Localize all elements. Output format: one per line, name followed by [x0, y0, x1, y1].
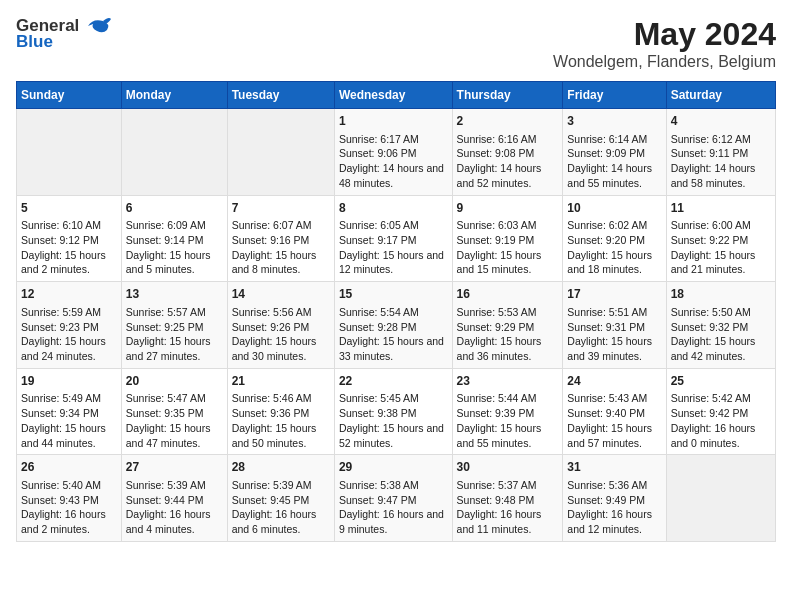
calendar-cell: 29Sunrise: 5:38 AMSunset: 9:47 PMDayligh…: [334, 455, 452, 542]
sunset-text: Sunset: 9:48 PM: [457, 493, 559, 508]
header-sunday: Sunday: [17, 82, 122, 109]
sunset-text: Sunset: 9:39 PM: [457, 406, 559, 421]
day-number: 23: [457, 373, 559, 390]
day-number: 3: [567, 113, 661, 130]
sunset-text: Sunset: 9:26 PM: [232, 320, 330, 335]
header-tuesday: Tuesday: [227, 82, 334, 109]
sunrise-text: Sunrise: 5:51 AM: [567, 305, 661, 320]
sunrise-text: Sunrise: 6:09 AM: [126, 218, 223, 233]
sunset-text: Sunset: 9:35 PM: [126, 406, 223, 421]
sunrise-text: Sunrise: 6:02 AM: [567, 218, 661, 233]
day-number: 15: [339, 286, 448, 303]
daylight-text: Daylight: 15 hours and 8 minutes.: [232, 248, 330, 277]
day-number: 24: [567, 373, 661, 390]
sunrise-text: Sunrise: 6:00 AM: [671, 218, 771, 233]
sunset-text: Sunset: 9:19 PM: [457, 233, 559, 248]
daylight-text: Daylight: 15 hours and 15 minutes.: [457, 248, 559, 277]
day-number: 9: [457, 200, 559, 217]
sunset-text: Sunset: 9:43 PM: [21, 493, 117, 508]
sunrise-text: Sunrise: 5:39 AM: [126, 478, 223, 493]
sunrise-text: Sunrise: 5:59 AM: [21, 305, 117, 320]
calendar-cell: 16Sunrise: 5:53 AMSunset: 9:29 PMDayligh…: [452, 282, 563, 369]
calendar-cell: 14Sunrise: 5:56 AMSunset: 9:26 PMDayligh…: [227, 282, 334, 369]
header-friday: Friday: [563, 82, 666, 109]
calendar-header: Sunday Monday Tuesday Wednesday Thursday…: [17, 82, 776, 109]
calendar-cell: [666, 455, 775, 542]
day-number: 18: [671, 286, 771, 303]
day-number: 1: [339, 113, 448, 130]
sunrise-text: Sunrise: 5:39 AM: [232, 478, 330, 493]
sunset-text: Sunset: 9:22 PM: [671, 233, 771, 248]
day-number: 13: [126, 286, 223, 303]
sunrise-text: Sunrise: 5:54 AM: [339, 305, 448, 320]
calendar-cell: 13Sunrise: 5:57 AMSunset: 9:25 PMDayligh…: [121, 282, 227, 369]
daylight-text: Daylight: 16 hours and 12 minutes.: [567, 507, 661, 536]
calendar-cell: [121, 109, 227, 196]
calendar-cell: [227, 109, 334, 196]
calendar-cell: 23Sunrise: 5:44 AMSunset: 9:39 PMDayligh…: [452, 368, 563, 455]
calendar-cell: 9Sunrise: 6:03 AMSunset: 9:19 PMDaylight…: [452, 195, 563, 282]
calendar-cell: 17Sunrise: 5:51 AMSunset: 9:31 PMDayligh…: [563, 282, 666, 369]
sunrise-text: Sunrise: 6:07 AM: [232, 218, 330, 233]
calendar-cell: 1Sunrise: 6:17 AMSunset: 9:06 PMDaylight…: [334, 109, 452, 196]
daylight-text: Daylight: 16 hours and 0 minutes.: [671, 421, 771, 450]
daylight-text: Daylight: 15 hours and 39 minutes.: [567, 334, 661, 363]
daylight-text: Daylight: 15 hours and 50 minutes.: [232, 421, 330, 450]
calendar-cell: 3Sunrise: 6:14 AMSunset: 9:09 PMDaylight…: [563, 109, 666, 196]
daylight-text: Daylight: 16 hours and 9 minutes.: [339, 507, 448, 536]
day-number: 10: [567, 200, 661, 217]
daylight-text: Daylight: 16 hours and 11 minutes.: [457, 507, 559, 536]
sunset-text: Sunset: 9:31 PM: [567, 320, 661, 335]
header-thursday: Thursday: [452, 82, 563, 109]
daylight-text: Daylight: 15 hours and 12 minutes.: [339, 248, 448, 277]
sunrise-text: Sunrise: 6:12 AM: [671, 132, 771, 147]
daylight-text: Daylight: 15 hours and 52 minutes.: [339, 421, 448, 450]
day-number: 12: [21, 286, 117, 303]
sunset-text: Sunset: 9:47 PM: [339, 493, 448, 508]
sunrise-text: Sunrise: 5:36 AM: [567, 478, 661, 493]
sunset-text: Sunset: 9:17 PM: [339, 233, 448, 248]
calendar-cell: 25Sunrise: 5:42 AMSunset: 9:42 PMDayligh…: [666, 368, 775, 455]
sunset-text: Sunset: 9:14 PM: [126, 233, 223, 248]
header-row: Sunday Monday Tuesday Wednesday Thursday…: [17, 82, 776, 109]
calendar-cell: 7Sunrise: 6:07 AMSunset: 9:16 PMDaylight…: [227, 195, 334, 282]
sunset-text: Sunset: 9:23 PM: [21, 320, 117, 335]
calendar-cell: 26Sunrise: 5:40 AMSunset: 9:43 PMDayligh…: [17, 455, 122, 542]
sunset-text: Sunset: 9:09 PM: [567, 146, 661, 161]
calendar-cell: 5Sunrise: 6:10 AMSunset: 9:12 PMDaylight…: [17, 195, 122, 282]
calendar-cell: 30Sunrise: 5:37 AMSunset: 9:48 PMDayligh…: [452, 455, 563, 542]
sunrise-text: Sunrise: 6:14 AM: [567, 132, 661, 147]
calendar-table: Sunday Monday Tuesday Wednesday Thursday…: [16, 81, 776, 542]
title-area: May 2024 Wondelgem, Flanders, Belgium: [553, 16, 776, 71]
sunrise-text: Sunrise: 5:46 AM: [232, 391, 330, 406]
day-number: 19: [21, 373, 117, 390]
day-number: 25: [671, 373, 771, 390]
day-number: 2: [457, 113, 559, 130]
day-number: 31: [567, 459, 661, 476]
daylight-text: Daylight: 15 hours and 57 minutes.: [567, 421, 661, 450]
sunset-text: Sunset: 9:34 PM: [21, 406, 117, 421]
day-number: 4: [671, 113, 771, 130]
day-number: 5: [21, 200, 117, 217]
daylight-text: Daylight: 15 hours and 27 minutes.: [126, 334, 223, 363]
daylight-text: Daylight: 15 hours and 21 minutes.: [671, 248, 771, 277]
sunrise-text: Sunrise: 5:50 AM: [671, 305, 771, 320]
header-monday: Monday: [121, 82, 227, 109]
header-wednesday: Wednesday: [334, 82, 452, 109]
calendar-body: 1Sunrise: 6:17 AMSunset: 9:06 PMDaylight…: [17, 109, 776, 542]
sunset-text: Sunset: 9:38 PM: [339, 406, 448, 421]
day-number: 29: [339, 459, 448, 476]
sunrise-text: Sunrise: 6:05 AM: [339, 218, 448, 233]
calendar-cell: 21Sunrise: 5:46 AMSunset: 9:36 PMDayligh…: [227, 368, 334, 455]
sunset-text: Sunset: 9:16 PM: [232, 233, 330, 248]
calendar-cell: 28Sunrise: 5:39 AMSunset: 9:45 PMDayligh…: [227, 455, 334, 542]
daylight-text: Daylight: 16 hours and 6 minutes.: [232, 507, 330, 536]
calendar-cell: 31Sunrise: 5:36 AMSunset: 9:49 PMDayligh…: [563, 455, 666, 542]
calendar-cell: 18Sunrise: 5:50 AMSunset: 9:32 PMDayligh…: [666, 282, 775, 369]
daylight-text: Daylight: 14 hours and 58 minutes.: [671, 161, 771, 190]
sunset-text: Sunset: 9:08 PM: [457, 146, 559, 161]
sunset-text: Sunset: 9:45 PM: [232, 493, 330, 508]
calendar-cell: 6Sunrise: 6:09 AMSunset: 9:14 PMDaylight…: [121, 195, 227, 282]
sunrise-text: Sunrise: 5:42 AM: [671, 391, 771, 406]
sunrise-text: Sunrise: 6:10 AM: [21, 218, 117, 233]
